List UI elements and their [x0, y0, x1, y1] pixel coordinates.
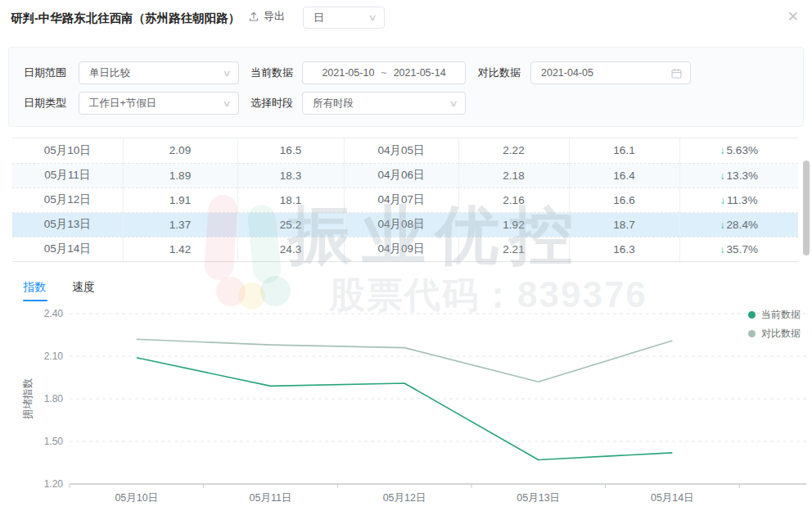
close-icon[interactable]: ✕	[787, 10, 799, 24]
trend-down-icon: ↓	[720, 195, 725, 206]
change-cell: ↓13.3%	[679, 163, 798, 188]
table-cell: 16.4	[569, 163, 679, 188]
table-row[interactable]: 05月11日1.8918.304月06日2.1816.4↓13.3%	[12, 163, 798, 188]
svg-text:05月12日: 05月12日	[383, 492, 426, 504]
current-end-date: 2021-05-14	[394, 67, 446, 79]
table-cell: 24.3	[237, 237, 344, 261]
table-cell: 2.22	[458, 138, 569, 163]
active-tab-underline	[23, 300, 47, 301]
table-cell: 16.5	[237, 138, 344, 163]
legend-item[interactable]: 当前数据	[748, 308, 801, 322]
table-cell: 04月08日	[344, 212, 458, 237]
change-value: 35.7%	[727, 243, 758, 256]
chart-legend: 当前数据对比数据	[748, 308, 801, 341]
period-select[interactable]: 所有时段 ∨	[302, 92, 466, 115]
table-cell: 05月10日	[12, 138, 123, 163]
trend-down-icon: ↓	[720, 145, 725, 156]
table-cell: 16.3	[569, 237, 679, 261]
table-cell: 05月11日	[12, 163, 123, 188]
header: 研判-中华路东北往西南（苏州路往朝阳路） 导出 日 ∨ ✕	[0, 0, 812, 38]
svg-text:05月14日: 05月14日	[651, 492, 694, 504]
period-value: 所有时段	[313, 97, 354, 111]
period-label: 选择时段	[250, 92, 293, 115]
panel-traffic-analysis: 研判-中华路东北往西南（苏州路往朝阳路） 导出 日 ∨ ✕ 日期范围 单日比较 …	[0, 0, 812, 511]
change-value: 5.63%	[727, 144, 758, 156]
congestion-index-chart: 1.201.501.802.102.4005月10日05月11日05月12日05…	[0, 305, 812, 511]
table-cell: 18.1	[237, 188, 344, 212]
legend-dot-icon	[748, 311, 756, 319]
calendar-icon	[671, 68, 682, 79]
date-range-label: 日期范围	[24, 61, 66, 84]
svg-text:2.10: 2.10	[44, 350, 64, 362]
svg-text:1.80: 1.80	[44, 393, 64, 405]
trend-down-icon: ↓	[720, 170, 725, 182]
table-cell: 05月14日	[12, 237, 123, 261]
change-cell: ↓11.3%	[679, 188, 798, 212]
table-cell: 05月12日	[12, 188, 123, 212]
chevron-down-icon: ∨	[449, 98, 458, 109]
table-cell: 04月07日	[344, 188, 458, 212]
range-separator: ~	[381, 67, 386, 79]
change-value: 11.3%	[727, 194, 757, 206]
export-button[interactable]: 导出	[248, 9, 285, 24]
interval-select[interactable]: 日 ∨	[303, 7, 385, 29]
export-icon	[248, 11, 259, 22]
change-value: 13.3%	[727, 170, 758, 182]
table-cell: 1.91	[123, 188, 237, 212]
table-row[interactable]: 05月10日2.0916.504月05日2.2216.1↓5.63%	[12, 138, 798, 163]
date-range-select[interactable]: 单日比较 ∨	[79, 61, 239, 84]
table-cell: 2.21	[458, 237, 569, 261]
page-title: 研判-中华路东北往西南（苏州路往朝阳路）	[11, 11, 240, 26]
filter-panel: 日期范围 单日比较 ∨ 当前数据 2021-05-10 ~ 2021-05-14…	[8, 47, 804, 127]
svg-text:1.50: 1.50	[44, 436, 64, 447]
table-cell: 04月06日	[344, 163, 458, 188]
change-cell: ↓28.4%	[679, 212, 798, 237]
svg-text:2.40: 2.40	[44, 308, 64, 319]
chart-canvas: 1.201.501.802.102.4005月10日05月11日05月12日05…	[0, 305, 812, 511]
table-cell: 1.92	[458, 212, 569, 237]
export-label: 导出	[264, 9, 285, 24]
chevron-down-icon: ∨	[222, 98, 231, 109]
compare-date-input[interactable]: 2021-04-05	[530, 61, 691, 84]
table-cell: 05月13日	[12, 212, 123, 237]
svg-text:05月10日: 05月10日	[115, 492, 158, 504]
table-cell: 16.6	[569, 188, 679, 212]
compare-data-label: 对比数据	[478, 61, 521, 84]
trend-down-icon: ↓	[720, 219, 725, 231]
change-cell: ↓5.63%	[679, 138, 798, 163]
table-cell: 2.09	[123, 138, 237, 163]
table-cell: 04月05日	[344, 138, 458, 163]
table-row[interactable]: 05月12日1.9118.104月07日2.1616.6↓11.3%	[12, 188, 798, 212]
tab-index[interactable]: 指数	[23, 280, 46, 295]
table-scrollbar-thumb[interactable]	[803, 161, 810, 256]
chart-tabs: 指数 速度	[0, 277, 812, 303]
legend-dot-icon	[748, 330, 756, 337]
table-cell: 2.18	[458, 163, 569, 188]
legend-label: 当前数据	[761, 308, 801, 322]
table-cell: 2.16	[458, 188, 569, 212]
change-value: 28.4%	[727, 219, 758, 231]
tab-speed[interactable]: 速度	[72, 280, 95, 295]
legend-item[interactable]: 对比数据	[748, 327, 801, 341]
chevron-down-icon: ∨	[368, 12, 377, 23]
table-cell: 18.3	[237, 163, 344, 188]
change-cell: ↓35.7%	[679, 237, 798, 261]
trend-down-icon: ↓	[720, 244, 725, 256]
table-row[interactable]: 05月14日1.4224.304月09日2.2116.3↓35.7%	[12, 237, 798, 261]
current-start-date: 2021-05-10	[322, 67, 374, 79]
svg-text:拥堵指数: 拥堵指数	[22, 378, 34, 421]
table-cell: 1.89	[123, 163, 237, 188]
table-cell: 16.1	[569, 138, 679, 163]
interval-select-value: 日	[314, 11, 324, 25]
table-row[interactable]: 05月13日1.3725.204月08日1.9218.7↓28.4%	[12, 212, 798, 237]
date-type-label: 日期类型	[24, 92, 66, 115]
date-type-value: 工作日+节假日	[89, 97, 156, 111]
date-type-select[interactable]: 工作日+节假日 ∨	[79, 92, 239, 115]
legend-label: 对比数据	[761, 327, 801, 341]
svg-text:1.20: 1.20	[44, 478, 64, 490]
date-range-value: 单日比较	[89, 66, 130, 80]
current-date-range-input[interactable]: 2021-05-10 ~ 2021-05-14	[302, 61, 466, 84]
svg-text:05月13日: 05月13日	[517, 492, 560, 504]
current-data-label: 当前数据	[250, 61, 293, 84]
table-cell: 18.7	[569, 212, 679, 237]
